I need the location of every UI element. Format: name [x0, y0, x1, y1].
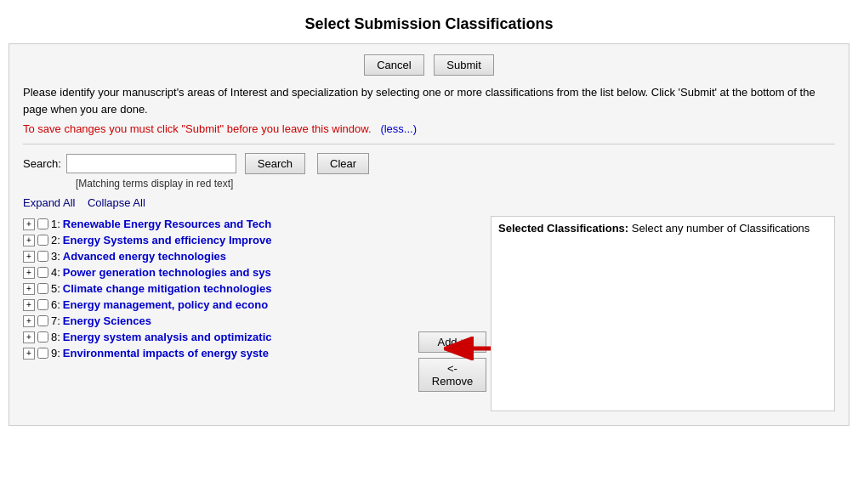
- item-label[interactable]: Environmental impacts of energy syste: [63, 347, 269, 360]
- item-label[interactable]: Advanced energy technologies: [63, 250, 226, 263]
- arrow-container: [444, 337, 495, 360]
- classification-list: +1:Renewable Energy Resources and Tech+2…: [23, 216, 414, 411]
- item-checkbox[interactable]: [37, 251, 48, 262]
- list-item: +2:Energy Systems and efficiency Improve: [23, 232, 414, 248]
- expand-collapse-row: Expand All Collapse All: [23, 196, 835, 209]
- item-checkbox[interactable]: [37, 315, 48, 326]
- clear-button[interactable]: Clear: [317, 153, 369, 174]
- list-item: +7:Energy Sciences: [23, 313, 414, 329]
- item-number: 5:: [51, 282, 60, 295]
- item-number: 6:: [51, 298, 60, 311]
- list-item: +8:Energy system analysis and optimizati…: [23, 329, 414, 345]
- expand-icon[interactable]: +: [23, 267, 35, 279]
- expand-icon[interactable]: +: [23, 283, 35, 295]
- list-item: +5:Climate change mitigation technologie…: [23, 280, 414, 297]
- item-checkbox[interactable]: [37, 218, 48, 229]
- item-label[interactable]: Energy system analysis and optimizatic: [63, 331, 272, 343]
- expand-icon[interactable]: +: [23, 348, 35, 360]
- search-row: Search: Search Clear: [23, 153, 835, 174]
- item-label[interactable]: Power generation technologies and sys: [63, 266, 271, 279]
- expand-icon[interactable]: +: [23, 235, 35, 246]
- search-label: Search:: [23, 157, 61, 170]
- expand-icon[interactable]: +: [23, 331, 35, 343]
- item-number: 3:: [51, 250, 60, 263]
- item-checkbox[interactable]: [37, 267, 48, 278]
- list-item: +1:Renewable Energy Resources and Tech: [23, 216, 414, 232]
- expand-icon[interactable]: +: [23, 315, 35, 327]
- item-checkbox[interactable]: [37, 331, 48, 343]
- item-number: 1:: [51, 218, 60, 230]
- item-label[interactable]: Energy Sciences: [63, 314, 151, 327]
- less-link[interactable]: (less...): [380, 122, 417, 135]
- list-item: +6:Energy management, policy and econo: [23, 297, 414, 313]
- search-button[interactable]: Search: [245, 153, 305, 174]
- submit-button[interactable]: Submit: [434, 54, 493, 76]
- expand-icon[interactable]: +: [23, 218, 35, 230]
- item-number: 2:: [51, 234, 60, 246]
- item-label[interactable]: Renewable Energy Resources and Tech: [63, 218, 271, 230]
- item-checkbox[interactable]: [37, 235, 48, 246]
- save-warning: To save changes you must click "Submit" …: [23, 122, 835, 135]
- list-item: +9:Environmental impacts of energy syste: [23, 345, 414, 361]
- divider: [23, 144, 835, 144]
- list-item: +4:Power generation technologies and sys: [23, 264, 414, 280]
- search-input[interactable]: [66, 154, 236, 173]
- arrow-icon: [444, 337, 495, 360]
- expand-icon[interactable]: +: [23, 251, 35, 263]
- item-number: 8:: [51, 331, 60, 343]
- cancel-button[interactable]: Cancel: [364, 54, 423, 76]
- instructions-text: Please identify your manuscript's areas …: [23, 84, 835, 117]
- middle-buttons: Add-> <-Remove: [414, 216, 491, 411]
- item-label[interactable]: Energy management, policy and econo: [63, 298, 268, 311]
- content-area: +1:Renewable Energy Resources and Tech+2…: [23, 216, 835, 411]
- item-checkbox[interactable]: [37, 348, 48, 359]
- top-buttons: Cancel Submit: [23, 54, 835, 76]
- expand-icon[interactable]: +: [23, 299, 35, 311]
- item-label[interactable]: Energy Systems and efficiency Improve: [63, 234, 272, 246]
- item-checkbox[interactable]: [37, 299, 48, 310]
- item-checkbox[interactable]: [37, 283, 48, 294]
- remove-button[interactable]: <-Remove: [418, 358, 486, 392]
- page-title: Select Submission Classifications: [0, 0, 858, 43]
- item-label[interactable]: Climate change mitigation technologies: [63, 282, 272, 295]
- main-container: Cancel Submit Please identify your manus…: [9, 43, 849, 426]
- selected-panel: Selected Classifications: Select any num…: [491, 216, 835, 411]
- item-number: 4:: [51, 266, 60, 279]
- matching-hint: [Matching terms display in red text]: [76, 178, 835, 190]
- item-number: 7:: [51, 314, 60, 327]
- list-item: +3:Advanced energy technologies: [23, 248, 414, 264]
- expand-all-link[interactable]: Expand All: [23, 196, 75, 209]
- item-number: 9:: [51, 347, 60, 360]
- collapse-all-link[interactable]: Collapse All: [88, 196, 145, 209]
- selected-header: Selected Classifications: Select any num…: [498, 222, 827, 235]
